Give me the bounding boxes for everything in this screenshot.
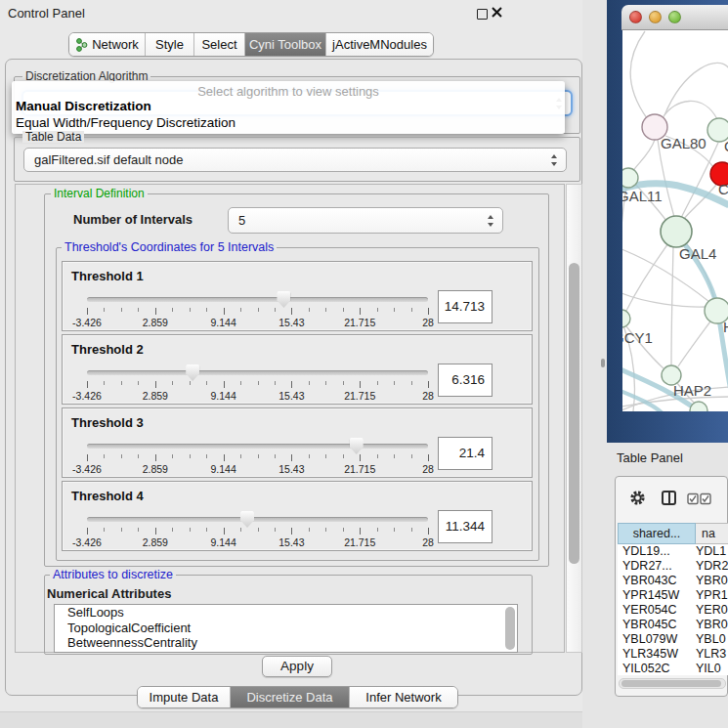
horizontal-scrollbar[interactable] — [619, 678, 726, 689]
table-row[interactable]: YBR045CYBR0 — [618, 618, 728, 632]
status-strip — [0, 711, 598, 728]
slider-scale-label: -3.426 — [64, 463, 110, 475]
slider-track[interactable] — [87, 444, 428, 449]
slider-track[interactable] — [87, 297, 428, 302]
float-window-icon[interactable] — [477, 9, 488, 20]
table-panel-title: Table Panel — [617, 450, 683, 465]
apply-button[interactable]: Apply — [262, 656, 332, 677]
table-rows: YDL19...YDL1YDR27...YDR2YBR043CYBR0YPR14… — [618, 544, 728, 675]
tab-select[interactable]: Select — [194, 33, 245, 56]
list-scrollbar-thumb[interactable] — [505, 607, 515, 650]
threshold-label: Threshold 3 — [71, 415, 144, 430]
node-label: GAL4 — [679, 245, 716, 262]
tab-discretize-data[interactable]: Discretize Data — [231, 687, 350, 707]
threshold-label: Threshold 4 — [71, 489, 144, 503]
attribute-item[interactable]: TopologicalCoefficient — [55, 621, 517, 636]
slider-thumb[interactable] — [277, 291, 290, 308]
threshold-4-value-field[interactable]: 11.344 — [438, 510, 492, 543]
panel-title: Control Panel — [8, 6, 85, 21]
minimize-traffic-light[interactable] — [649, 11, 662, 23]
node-label: HAP2 — [673, 382, 711, 399]
slider-scale-label: 21.715 — [336, 390, 383, 402]
threshold-2-slider[interactable]: -3.4262.8599.14415.4321.71528 — [87, 363, 428, 404]
table-row[interactable]: YIL052CYIL0 — [618, 662, 728, 675]
num-intervals-label: Number of Intervals — [73, 212, 193, 227]
network-window-titlebar[interactable] — [621, 5, 728, 30]
tab-label: Discretize Data — [246, 690, 332, 705]
zoom-traffic-light[interactable] — [668, 11, 681, 23]
node-label: GA — [724, 138, 728, 154]
tab-infer-network[interactable]: Infer Network — [350, 687, 457, 707]
network-view-canvas[interactable]: GAL80 GA C GAL11 GAL4 GCY1 H HAP2 — [622, 30, 728, 411]
tab-jactivemnodules[interactable]: jActiveMNodules — [326, 33, 433, 56]
top-tab-bar: Network Style Select Cyni Toolbox jActiv… — [68, 32, 434, 57]
scrollbar-thumb[interactable] — [621, 680, 721, 687]
slider-scale-label: -3.426 — [64, 536, 110, 548]
slider-scale-label: 15.43 — [268, 390, 315, 402]
app-window: Control Panel Network Style Select Cyni … — [0, 0, 728, 728]
attribute-item[interactable]: SelfLoops — [55, 605, 517, 621]
attributes-list[interactable]: SelfLoopsTopologicalCoefficientBetweenne… — [54, 604, 518, 653]
threshold-label: Threshold 2 — [71, 342, 144, 357]
column-header-name[interactable]: na — [696, 523, 728, 544]
slider-scale-label: 15.43 — [268, 536, 315, 548]
tab-label: Style — [155, 37, 184, 52]
slider-ticks — [87, 308, 428, 315]
node-label: GAL80 — [661, 135, 707, 151]
table-row[interactable]: YER054CYER0 — [618, 603, 728, 618]
table-row[interactable]: YDL19...YDL1 — [618, 544, 728, 559]
table-data-combobox[interactable]: galFiltered.sif default node — [23, 148, 567, 172]
gear-icon[interactable] — [629, 490, 646, 506]
attribute-item[interactable]: BetweennessCentrality — [55, 635, 517, 651]
split-divider-handle[interactable] — [601, 359, 605, 367]
select-columns-icon[interactable] — [687, 492, 713, 505]
threshold-1-value-field[interactable]: 14.713 — [438, 290, 492, 323]
close-traffic-light[interactable] — [629, 11, 642, 23]
close-icon[interactable] — [492, 7, 502, 18]
slider-thumb[interactable] — [350, 438, 364, 454]
node-gal4[interactable] — [661, 216, 692, 247]
slider-scale-label: 9.144 — [200, 536, 247, 548]
tab-network[interactable]: Network — [69, 33, 146, 56]
table-row[interactable]: YLR345WYLR3 — [618, 647, 728, 662]
tab-label: Cyni Toolbox — [249, 37, 321, 52]
group-title: Threshold's Coordinates for 5 Intervals — [62, 241, 277, 253]
slider-track[interactable] — [87, 517, 428, 522]
slider-track[interactable] — [87, 370, 428, 375]
slider-thumb[interactable] — [186, 364, 199, 381]
column-header-shared-name[interactable]: shared... — [618, 523, 696, 544]
slider-scale-label: 9.144 — [200, 390, 247, 402]
node-gal11[interactable] — [622, 168, 638, 188]
table-row[interactable]: YPR145WYPR1 — [618, 588, 728, 603]
table-row[interactable]: YBR043CYBR0 — [618, 574, 728, 588]
network-graph: GAL80 GA C GAL11 GAL4 GCY1 H HAP2 — [622, 30, 728, 411]
table-row[interactable]: YDR27...YDR2 — [618, 559, 728, 574]
tab-label: Infer Network — [365, 690, 441, 705]
threshold-1-slider[interactable]: -3.4262.8599.14415.4321.71528 — [87, 289, 428, 330]
threshold-2-value-field[interactable]: 6.316 — [438, 364, 492, 397]
popup-option-manual-discretization[interactable]: Manual Discretization — [16, 99, 151, 113]
popup-option-equal-width[interactable]: Equal Width/Frequency Discretization — [16, 115, 236, 130]
tab-style[interactable]: Style — [146, 33, 194, 56]
bottom-tab-bar: Impute Data Discretize Data Infer Networ… — [137, 686, 458, 708]
node-label: GCY1 — [622, 329, 653, 346]
threshold-4-panel: Threshold 4 -3.4262.8599.14415.4321.7152… — [62, 481, 533, 551]
node-gcy1[interactable] — [622, 310, 630, 327]
threshold-3-panel: Threshold 3 -3.4262.8599.14415.4321.7152… — [62, 407, 533, 478]
slider-scale-label: 2.859 — [132, 390, 179, 402]
slider-thumb[interactable] — [240, 511, 254, 528]
tab-cyni-toolbox[interactable]: Cyni Toolbox — [245, 33, 326, 56]
node-partial[interactable] — [690, 402, 707, 411]
slider-scale-label: 21.715 — [336, 317, 383, 328]
vertical-scrollbar[interactable] — [566, 184, 582, 653]
threshold-2-panel: Threshold 2 -3.4262.8599.14415.4321.7152… — [62, 334, 533, 405]
slider-scale: -3.4262.8599.14415.4321.71528 — [87, 536, 428, 548]
column-settings-icon[interactable] — [662, 491, 676, 505]
threshold-3-slider[interactable]: -3.4262.8599.14415.4321.71528 — [87, 436, 428, 477]
threshold-3-value-field[interactable]: 21.4 — [438, 437, 492, 470]
tab-impute-data[interactable]: Impute Data — [138, 687, 231, 707]
num-intervals-combobox[interactable]: 5 — [228, 207, 503, 234]
table-row[interactable]: YBL079WYBL0 — [618, 632, 728, 647]
scrollbar-thumb[interactable] — [569, 263, 579, 564]
threshold-4-slider[interactable]: -3.4262.8599.14415.4321.71528 — [87, 509, 428, 550]
